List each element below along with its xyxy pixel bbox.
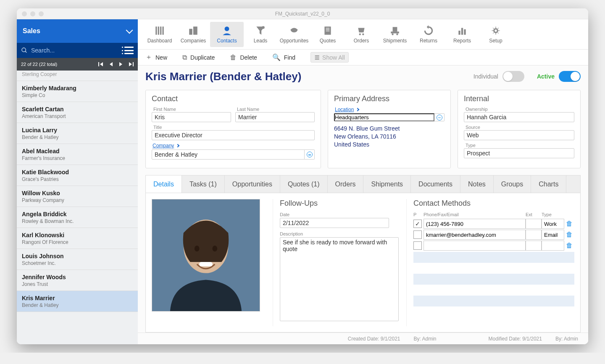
- arrow-right-icon: [176, 144, 179, 147]
- list-item[interactable]: Lucina LarryBender & Hatley: [17, 123, 138, 144]
- contact-method-ext[interactable]: [526, 230, 542, 240]
- toolbar-orders[interactable]: Orders: [345, 22, 378, 47]
- contact-method-value[interactable]: [424, 219, 526, 229]
- show-all-button[interactable]: ≣Show All: [310, 52, 349, 63]
- pager-first[interactable]: [98, 62, 103, 66]
- title-field[interactable]: [152, 130, 315, 140]
- toolbar-opportunites[interactable]: Opportunites: [277, 22, 311, 47]
- sidebar: Sales 22 of 22 (22 total) Sterling Coope…: [17, 19, 138, 344]
- tab-orders[interactable]: Orders: [328, 175, 364, 193]
- search-input[interactable]: [31, 47, 121, 54]
- location-link[interactable]: Location: [335, 107, 445, 113]
- primary-checkbox[interactable]: [413, 241, 422, 250]
- contact-method-ext[interactable]: [526, 219, 542, 229]
- company-clear-button[interactable]: [305, 149, 315, 160]
- toolbar-quotes[interactable]: Quotes: [311, 22, 345, 47]
- toolbar-companies[interactable]: Companies: [176, 22, 210, 47]
- toolbar-dashboard[interactable]: Dashboard: [143, 22, 176, 47]
- pager-prev[interactable]: [110, 62, 113, 66]
- tab-quotes-[interactable]: Quotes (1): [280, 175, 328, 193]
- window-controls[interactable]: [22, 11, 44, 16]
- minus-circle-icon: [437, 115, 442, 120]
- contact-method-value[interactable]: [424, 241, 526, 251]
- svg-line-1: [25, 51, 26, 52]
- svg-point-9: [262, 26, 265, 29]
- toolbar-shipments[interactable]: Shipments: [378, 22, 412, 47]
- list-item[interactable]: Louis JohnsonSchoetmer Inc.: [17, 249, 138, 270]
- module-toolbar: DashboardCompaniesContactsLeadsOpportuni…: [138, 19, 588, 50]
- list-item[interactable]: Kris MarrierBender & Hatley: [17, 291, 138, 312]
- toolbar-leads[interactable]: Leads: [244, 22, 277, 47]
- list-item[interactable]: Abel MacleadFarmer's Insurance: [17, 144, 138, 165]
- list-view-icon[interactable]: [124, 47, 134, 54]
- svg-rect-28: [199, 262, 213, 267]
- chevron-down-icon: [126, 27, 133, 34]
- active-toggle[interactable]: [559, 71, 581, 82]
- company-field[interactable]: [152, 149, 305, 160]
- svg-point-8: [225, 26, 229, 31]
- location-clear-button[interactable]: [434, 113, 445, 121]
- list-item[interactable]: Scarlett CartanAmerican Transport: [17, 102, 138, 123]
- primary-checkbox[interactable]: [413, 230, 422, 239]
- contact-panel: Contact First Name Last Name Title Compa…: [145, 90, 321, 168]
- followup-date-field[interactable]: [280, 218, 389, 228]
- svg-rect-20: [458, 31, 460, 35]
- source-field[interactable]: [464, 130, 574, 140]
- last-name-field[interactable]: [235, 112, 315, 122]
- trash-icon[interactable]: 🗑: [564, 231, 574, 238]
- svg-point-27: [212, 246, 217, 251]
- company-link[interactable]: Company: [153, 143, 315, 149]
- address-panel: Primary Address Location 6649 N. Blue Gu…: [328, 90, 451, 168]
- minus-circle-icon: [307, 152, 313, 157]
- search-icon: [21, 47, 28, 54]
- pager-last[interactable]: [129, 62, 134, 66]
- toolbar-contacts[interactable]: Contacts: [210, 22, 244, 47]
- location-field[interactable]: [334, 113, 434, 121]
- delete-button[interactable]: 🗑Delete: [230, 54, 257, 61]
- tab-groups[interactable]: Groups: [494, 175, 531, 193]
- duplicate-button[interactable]: ⧉Duplicate: [182, 54, 215, 61]
- svg-rect-7: [193, 26, 197, 35]
- contact-photo[interactable]: [152, 199, 260, 312]
- tab-charts[interactable]: Charts: [531, 175, 566, 193]
- tab-opportunities[interactable]: Opportunities: [225, 175, 280, 193]
- svg-rect-13: [326, 31, 330, 31]
- tab-tasks-[interactable]: Tasks (1): [182, 175, 225, 193]
- contact-method-type[interactable]: [542, 219, 564, 229]
- ownership-field[interactable]: [464, 112, 574, 122]
- trash-icon[interactable]: 🗑: [564, 220, 574, 228]
- type-field[interactable]: [464, 148, 574, 158]
- internal-panel-title: Internal: [464, 94, 574, 103]
- tab-documents[interactable]: Documents: [411, 175, 460, 193]
- new-button[interactable]: ＋New: [145, 53, 167, 62]
- list-item[interactable]: Karl KlonowskiRangoni Of Florence: [17, 228, 138, 249]
- list-item[interactable]: Sterling Cooper: [17, 71, 138, 81]
- toolbar-reports[interactable]: Reports: [445, 22, 479, 47]
- list-item[interactable]: Jennifer WoodsJones Trust: [17, 270, 138, 291]
- contact-method-ext[interactable]: [526, 241, 542, 251]
- contact-method-type[interactable]: [542, 241, 564, 251]
- tab-details[interactable]: Details: [146, 175, 182, 193]
- individual-toggle[interactable]: [502, 71, 524, 82]
- svg-rect-2: [155, 26, 157, 35]
- tab-notes[interactable]: Notes: [460, 175, 494, 193]
- followup-desc-field[interactable]: [280, 237, 399, 321]
- pager-next[interactable]: [119, 62, 122, 66]
- svg-rect-4: [160, 26, 161, 35]
- primary-checkbox[interactable]: ✓: [413, 220, 422, 228]
- svg-rect-3: [158, 26, 159, 35]
- tab-shipments[interactable]: Shipments: [363, 175, 411, 193]
- trash-icon[interactable]: 🗑: [564, 242, 574, 249]
- list-item[interactable]: Kimberly MadarangSimple Co: [17, 81, 138, 102]
- contact-method-type[interactable]: [542, 230, 564, 240]
- list-item[interactable]: Willow KuskoParkway Company: [17, 186, 138, 207]
- first-name-field[interactable]: [152, 112, 231, 122]
- find-button[interactable]: 🔍Find: [272, 53, 295, 61]
- list-item[interactable]: Katie BlackwoodGrace's Pastries: [17, 165, 138, 186]
- toolbar-returns[interactable]: Returns: [412, 22, 445, 47]
- toolbar-setup[interactable]: Setup: [479, 22, 513, 47]
- svg-point-26: [195, 246, 200, 251]
- contact-method-value[interactable]: [424, 230, 526, 240]
- sidebar-module-picker[interactable]: Sales: [17, 19, 138, 43]
- list-item[interactable]: Angela BriddickRowley & Bowman Inc.: [17, 207, 138, 228]
